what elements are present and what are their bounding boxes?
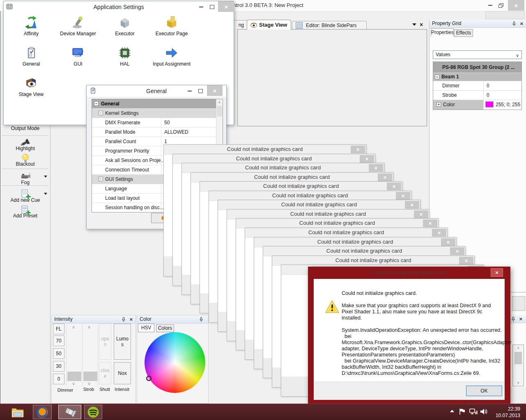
sidebar-item-add-preset[interactable]: Add Preset (0, 213, 50, 219)
settings-row-value[interactable]: ALLOWED (164, 128, 188, 137)
stage-view-canvas[interactable] (237, 29, 427, 126)
taskbar-file-explorer[interactable] (11, 407, 24, 418)
tab-properties[interactable]: Properties (431, 28, 454, 37)
scrollbar-vertical[interactable]: ∧ ∨ (512, 345, 524, 386)
lumos-button[interactable]: Lumos (114, 324, 131, 360)
sidebar-item-fog[interactable]: Fog (0, 180, 50, 185)
main-restore-button[interactable] (496, 1, 505, 9)
tab-colors[interactable]: Colors (156, 324, 174, 332)
collapse-icon[interactable]: − (94, 101, 99, 106)
close-button[interactable]: × (432, 229, 446, 237)
color-wheel-selector[interactable] (146, 376, 152, 381)
settings-item-affinity[interactable]: Affinity (8, 14, 55, 44)
chevron-down-icon[interactable] (44, 193, 47, 195)
close-button[interactable]: × (450, 247, 464, 255)
fader-up-icon[interactable]: ∧ (81, 324, 97, 330)
pin-icon[interactable] (199, 317, 203, 322)
fader-up-icon[interactable]: ∧ (65, 324, 82, 330)
taskbar-clock[interactable]: 22:39 10.07.2013 (496, 406, 520, 419)
close-icon[interactable]: × (520, 21, 523, 26)
scroll-down-icon[interactable]: ∨ (513, 380, 524, 386)
settings-row[interactable]: DMX Framerate50 (92, 118, 216, 128)
main-minimize-button[interactable] (486, 1, 495, 9)
collapse-icon[interactable]: − (99, 111, 103, 115)
close-button[interactable]: × (387, 183, 401, 190)
tray-speaker-icon[interactable] (480, 408, 488, 415)
maximize-button[interactable] (207, 3, 216, 11)
taskbar-firefox[interactable] (33, 405, 52, 419)
scrollbar-thumb[interactable] (515, 352, 522, 364)
close-icon[interactable]: × (519, 316, 522, 322)
close-button[interactable]: × (351, 146, 365, 153)
scrollbar-thumb[interactable] (217, 106, 222, 116)
nox-button[interactable]: Nox (114, 362, 131, 384)
scroll-up-icon[interactable]: ∧ (216, 99, 223, 105)
close-button[interactable]: × (360, 155, 374, 163)
intensity-preset-button[interactable]: 70 (53, 336, 64, 346)
error-close-button[interactable]: × (491, 268, 503, 277)
close-button[interactable]: × (396, 192, 410, 200)
beam-group-row[interactable]: − Beam 1 (433, 73, 521, 81)
taskbar-dmxcontrol[interactable] (58, 405, 81, 419)
values-combobox[interactable]: Values ∨ (433, 50, 522, 59)
fader-down-icon[interactable]: ∨ (81, 381, 97, 386)
close-button[interactable]: × (369, 164, 383, 172)
sidebar-item-blackout[interactable]: Blackout (0, 161, 50, 167)
button-fragment[interactable] (512, 296, 525, 311)
close-button[interactable]: × (207, 85, 223, 96)
dimmer-fader-thumb[interactable] (67, 372, 81, 381)
minimize-button[interactable] (185, 87, 194, 95)
tab-effects[interactable]: Effects (454, 29, 473, 37)
scroll-up-icon[interactable]: ∧ (513, 345, 524, 351)
intensity-preset-button[interactable]: 0 (53, 374, 64, 384)
tab-editor[interactable]: Editor: Blinde SidePars (292, 21, 367, 30)
settings-item-gui[interactable]: GUI (55, 44, 101, 74)
sidebar-item-add-new-cue[interactable]: Add new Cue (0, 197, 50, 203)
main-close-button[interactable]: × (508, 0, 524, 11)
settings-item-executor-page[interactable]: Executor Page (148, 14, 195, 44)
close-button[interactable]: × (405, 201, 419, 209)
intensity-preset-button[interactable]: 30 (53, 361, 64, 372)
property-row-dimmer[interactable]: Dimmer 0 (433, 81, 521, 91)
settings-item-input-assignment[interactable]: Input Assignment (148, 44, 195, 74)
settings-row[interactable]: Parallel ModeALLOWED (92, 128, 216, 137)
intensity-preset-button[interactable]: FL (53, 324, 64, 334)
pin-icon[interactable] (512, 21, 516, 27)
settings-item-executor[interactable]: Executor (101, 14, 148, 44)
chevron-down-icon[interactable] (44, 176, 47, 178)
expand-icon[interactable]: + (436, 102, 441, 107)
close-button[interactable]: × (414, 210, 428, 218)
collapse-icon[interactable]: − (435, 75, 439, 79)
settings-item-stage-view[interactable]: Stage View (8, 74, 55, 105)
tray-network-icon[interactable] (469, 408, 478, 415)
tray-show-hidden-icon[interactable] (450, 410, 454, 412)
tab-hsv[interactable]: HSV (138, 324, 154, 332)
close-button[interactable]: × (218, 1, 234, 12)
pin-icon[interactable] (511, 317, 515, 322)
color-swatch[interactable] (485, 101, 494, 107)
property-row-strobe[interactable]: Strobe 0 (433, 91, 521, 100)
ok-button[interactable]: OK (466, 386, 502, 396)
close-button[interactable]: × (459, 257, 473, 265)
close-button[interactable]: × (423, 219, 437, 227)
fader-down-icon[interactable]: ∨ (65, 381, 82, 386)
strobe-fader-thumb[interactable] (83, 372, 97, 381)
tray-flag-icon[interactable] (459, 408, 466, 415)
settings-item-device-manager[interactable]: Device Manager (55, 14, 101, 44)
property-row-color[interactable]: + Color 255; 0; 255 (433, 100, 521, 110)
tab-list-dropdown-icon[interactable] (412, 23, 416, 26)
close-button[interactable]: × (378, 173, 392, 181)
hsv-color-wheel[interactable] (145, 332, 205, 393)
close-icon[interactable]: × (129, 317, 133, 322)
taskbar-spotify[interactable] (84, 405, 102, 419)
sidebar-item-highlight[interactable]: Highlight (0, 146, 50, 151)
tab-close-icon[interactable]: × (420, 22, 423, 27)
minimize-button[interactable] (197, 3, 206, 11)
collapse-icon[interactable]: − (99, 177, 103, 181)
intensity-preset-button[interactable]: 50 (53, 348, 64, 359)
tab-stage-view[interactable]: Stage View (247, 20, 291, 30)
pin-icon[interactable] (122, 317, 126, 322)
close-button[interactable]: × (441, 238, 455, 246)
settings-item-hal[interactable]: HAL (101, 44, 148, 74)
maximize-button[interactable] (196, 87, 205, 95)
